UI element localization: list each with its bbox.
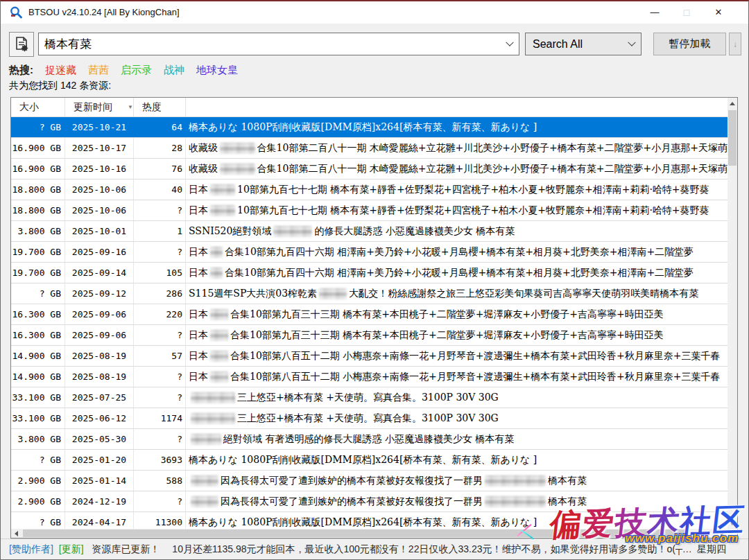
heat-cell: ?: [134, 367, 186, 387]
date-cell: 2025-10-21: [65, 117, 134, 137]
title-cell: 三上悠亞+橋本有菜 +天使萌。寫真合集。3100P 30V 30G: [186, 408, 728, 428]
maximize-button[interactable]: □: [671, 1, 703, 23]
table-row[interactable]: 16.900 GB2025-10-1728收藏级合集10部第二百八十一期 木崎愛…: [11, 138, 728, 159]
scroll-right-button[interactable]: [717, 529, 728, 538]
date-cell: 2025-10-06: [65, 200, 134, 220]
heat-cell: 64: [134, 117, 186, 137]
results-table: 大小 更新时间 ▼ 热度 ? GB2025-10-2164橋本ありな 1080P…: [10, 97, 738, 539]
table-row[interactable]: 19.700 GB2025-09-14105日本合集10部第九百四十六期 相澤南…: [11, 263, 728, 283]
table-row[interactable]: 16.300 GB2025-09-06220日本合集10部第九百三十三期 橋本有…: [11, 304, 728, 325]
title-text-segment: 10部第九百七十七期 橋本有菜+靜香+佐野梨花+四宮桃子+柏木小夏+牧野麗奈+相…: [237, 184, 709, 196]
title-text-segment: 日本: [189, 329, 208, 342]
status-link[interactable]: [更新]: [59, 543, 84, 554]
heat-cell: 40: [134, 180, 186, 200]
status-link[interactable]: [赞助作者]: [9, 543, 53, 554]
table-row[interactable]: ? GB2025-10-2164橋本ありな 1080P刮削收藏版[DMM原档]x…: [11, 117, 728, 138]
title-text-segment: 日本: [189, 246, 208, 259]
date-cell: 2025-10-06: [65, 180, 134, 200]
title-cell: 三上悠亞+橋本有菜 +天使萌。寫真合集。3100P 30V 30G: [186, 387, 728, 408]
vertical-scrollbar[interactable]: [728, 98, 737, 529]
size-cell: 18.800 GB: [11, 200, 65, 220]
date-cell: 2025-10-16: [65, 159, 134, 179]
censored-blur-patch: [319, 288, 347, 299]
engine-dropdown-button[interactable]: [623, 33, 641, 55]
size-cell: ? GB: [11, 450, 65, 470]
date-cell: 2025-06-12: [65, 408, 134, 428]
table-row[interactable]: 16.900 GB2025-10-1676收藏级合集10部第二百八十一期 木崎愛…: [11, 159, 728, 180]
table-row[interactable]: 2.900 GB2025-01-14588 因為長得太可愛了遭到嫉妒的橋本有菜被…: [11, 471, 728, 491]
title-text-segment: S115週年SP大共演03榨乾素: [189, 288, 317, 300]
engine-select[interactable]: Search All: [525, 33, 642, 55]
title-cell: 收藏级合集10部第二百八十一期 木崎愛麗絲+立花雛+川北美沙+小野優子+橋本有菜…: [186, 138, 728, 158]
horizontal-scrollbar[interactable]: [11, 529, 728, 538]
hot-search-item[interactable]: 战神: [164, 64, 184, 77]
hot-search-item[interactable]: 茜茜: [88, 64, 109, 77]
search-input[interactable]: [39, 37, 501, 51]
vertical-scroll-thumb[interactable]: [728, 110, 737, 166]
search-settings-button[interactable]: [9, 32, 34, 57]
minimize-button[interactable]: —: [639, 1, 671, 23]
title-bar: BTSOU v24.10.24 [All By KiongChan] — □ ✕: [1, 1, 748, 24]
date-cell: 2024-12-19: [65, 491, 134, 511]
search-combobox: [38, 33, 519, 55]
size-cell: 33.100 GB: [11, 408, 65, 428]
heat-cell: ?: [134, 387, 186, 408]
title-cell: 收藏级合集10部第二百八十一期 木崎愛麗絲+立花雛+川北美沙+小野優子+橋本有菜…: [186, 159, 728, 179]
table-row[interactable]: 16.300 GB2025-09-06?日本合集10部第九百三十三期 橋本有菜+…: [11, 325, 728, 346]
table-row[interactable]: ? GB2025-09-12286S115週年SP大共演03榨乾素大亂交！粉絲感…: [11, 283, 728, 304]
hot-search-item[interactable]: 捉迷藏: [45, 64, 76, 77]
table-row[interactable]: 2.900 GB2024-12-19? 因為長得太可愛了遭到嫉妒的橋本有菜被好友…: [11, 491, 728, 512]
column-header-time[interactable]: 更新时间 ▼: [65, 98, 134, 116]
title-text-segment: 收藏级: [189, 163, 218, 175]
scroll-up-button[interactable]: [728, 98, 737, 109]
title-cell: 日本合集10部第九百三十三期 橋本有菜+本田桃子+二階堂夢+堀澤麻友+小野優子+…: [186, 325, 728, 345]
status-message: 资源库已更新！ 10月还差1135.98元才能回本，最近收入100元都没有！22…: [92, 543, 691, 554]
hot-search-label: 热搜:: [9, 64, 33, 77]
hot-search-item[interactable]: 启示录: [121, 64, 152, 77]
title-cell: 日本合集10部第八百五十二期 小梅惠奈+南條一花+月野琴音+渡邊彌生+橋本有菜+…: [186, 346, 728, 366]
heat-cell: 105: [134, 263, 186, 283]
pause-loading-button[interactable]: 暫停加載: [653, 33, 726, 55]
censored-blur-patch: [220, 164, 255, 175]
censored-blur-patch: [210, 330, 228, 341]
size-cell: ? GB: [11, 283, 65, 304]
scroll-left-button[interactable]: [11, 529, 21, 538]
search-dropdown-button[interactable]: [501, 33, 519, 55]
censored-blur-patch: [210, 247, 223, 258]
table-row[interactable]: 3.800 GB2025-05-30?絕對領域 有著透明感的修長大腿誘惑 小惡魔…: [11, 429, 728, 450]
table-row[interactable]: 3.800 GB2025-10-011SSNI520絕對領域 的修長大腿誘惑 小…: [11, 221, 728, 242]
title-cell: 因為長得太可愛了遭到嫉妒的橋本有菜被好友報復找了一群男 橋本有菜: [186, 471, 728, 491]
table-row[interactable]: 14.900 GB2025-08-19?日本合集10部第八百五十二期 小梅惠奈+…: [11, 367, 728, 387]
title-cell: 日本10部第九百七十七期 橋本有菜+靜香+佐野梨花+四宮桃子+柏木小夏+牧野麗奈…: [186, 200, 728, 220]
table-row[interactable]: 18.800 GB2025-10-06?日本10部第九百七十七期 橋本有菜+靜香…: [11, 200, 728, 221]
scrollbar-corner: [728, 529, 737, 538]
table-body: ? GB2025-10-2164橋本ありな 1080P刮削收藏版[DMM原档]x…: [11, 117, 728, 529]
table-row[interactable]: 18.800 GB2025-10-0640日本10部第九百七十七期 橋本有菜+靜…: [11, 180, 728, 200]
hot-search-item[interactable]: 地球女皇: [196, 64, 238, 77]
loader-button[interactable]: ↓: [729, 33, 741, 55]
date-cell: 2025-07-25: [65, 387, 134, 408]
column-header-title[interactable]: [186, 98, 728, 116]
chevron-down-icon: [506, 38, 513, 46]
table-row[interactable]: 19.700 GB2025-09-16?日本合集10部第九百四十六期 相澤南+美…: [11, 242, 728, 263]
title-text-segment: 的修長大腿誘惑 小惡魔過膝襪美少女 橋本有菜: [314, 225, 515, 238]
title-cell: 日本合集10部第九百三十三期 橋本有菜+本田桃子+二階堂夢+堀澤麻友+小野優子+…: [186, 304, 728, 324]
close-button[interactable]: ✕: [703, 1, 734, 23]
right-arrow-icon: [721, 531, 724, 536]
table-row[interactable]: ? GB2025-01-203693橋本ありな 1080P刮削收藏版[DMM原档…: [11, 450, 728, 471]
table-row[interactable]: ? GB2024-04-1711300橋本ありな 1080P刮削收藏版[DMM原…: [11, 512, 728, 529]
heat-cell: 28: [134, 138, 186, 158]
column-header-size[interactable]: 大小: [11, 98, 65, 116]
date-cell: 2025-09-16: [65, 242, 134, 262]
table-row[interactable]: 33.100 GB2025-07-25? 三上悠亞+橋本有菜 +天使萌。寫真合集…: [11, 387, 728, 408]
censored-blur-patch: [210, 351, 228, 362]
table-row[interactable]: 14.900 GB2025-08-1957日本合集10部第八百五十二期 小梅惠奈…: [11, 346, 728, 367]
title-text-segment: 橋本ありな 1080P刮削收藏版[DMM原档]x264[桥本有菜、新有菜、新あり…: [189, 516, 537, 529]
scroll-down-button[interactable]: [728, 518, 737, 529]
left-arrow-icon: [15, 531, 18, 536]
horizontal-scroll-thumb[interactable]: [23, 530, 687, 537]
table-row[interactable]: 33.100 GB2025-06-121174 三上悠亞+橋本有菜 +天使萌。寫…: [11, 408, 728, 429]
column-header-heat[interactable]: 热度: [134, 98, 186, 116]
title-cell: 日本10部第九百七十七期 橋本有菜+靜香+佐野梨花+四宮桃子+柏木小夏+牧野麗奈…: [186, 180, 728, 200]
title-cell: S115週年SP大共演03榨乾素大亂交！粉絲感謝祭之旅三上悠亞彩美旬果葵司吉高寧…: [186, 283, 728, 304]
